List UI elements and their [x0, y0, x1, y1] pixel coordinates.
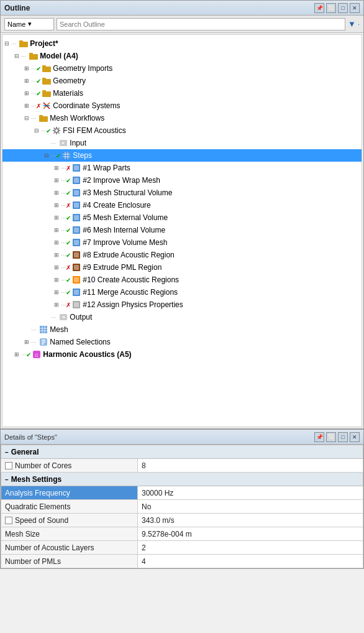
svg-rect-2 — [29, 54, 38, 60]
expand-icon[interactable]: ⊞ — [22, 64, 31, 73]
tree-label: Output — [70, 313, 92, 321]
expand-icon[interactable]: ⊟ — [32, 126, 41, 135]
details-title-bar: Details of "Steps" 📌 ⬜ □ ✕ — [1, 430, 363, 445]
tree-item-step12[interactable]: ⊞···✗#12 Assign Physics Properties — [2, 298, 362, 311]
tree-item-step1[interactable]: ⊞···✗#1 Wrap Parts — [2, 162, 362, 174]
expand-icon[interactable]: ⊞ — [52, 188, 61, 197]
outline-panel: Outline 📌 ⬜ □ ✕ Name ▾ ▼ · ⊟···Project*⊟… — [0, 0, 364, 429]
tree-item-step2[interactable]: ⊞···✔#2 Improve Wrap Mesh — [2, 174, 362, 187]
tree-item-step4[interactable]: ⊞···✗#4 Create Enclosure — [2, 199, 362, 211]
section-header-general[interactable]: −General — [1, 445, 363, 459]
expand-placeholder — [42, 139, 51, 147]
expand-icon[interactable]: ⊞ — [52, 251, 61, 259]
tree-item-steps[interactable]: ⊟···✔Steps — [2, 149, 362, 162]
detail-row: Number of Acoustic Layers2 — [1, 541, 363, 555]
tree-item-model[interactable]: ⊟···Model (A4) — [2, 50, 362, 62]
tree-item-geometry[interactable]: ⊞···✔Geometry — [2, 75, 362, 87]
detail-row: Speed of Sound343.0 m/s — [1, 514, 363, 527]
tree-item-step7[interactable]: ⊞···✔#7 Improve Volume Mesh — [2, 236, 362, 249]
tree-item-step3[interactable]: ⊞···✔#3 Mesh Structural Volume — [2, 187, 362, 199]
tree-item-geom-imports[interactable]: ⊞···✔Geometry Imports — [2, 62, 362, 75]
tree-item-input[interactable]: ···Input — [2, 137, 362, 149]
tree-item-named-sel[interactable]: ⊞···Named Selections — [2, 336, 362, 348]
prop-value[interactable]: 8 — [138, 459, 363, 473]
expand-icon[interactable]: ⊞ — [52, 238, 61, 247]
tree-item-project[interactable]: ⊟···Project* — [2, 37, 362, 50]
search-input[interactable] — [57, 18, 345, 30]
pin-button[interactable]: 📌 — [314, 3, 324, 13]
expand-icon[interactable]: ⊞ — [52, 226, 61, 234]
float-button[interactable]: ⬜ — [326, 3, 336, 13]
check-mark-icon: ✔ — [66, 239, 71, 246]
expand-icon[interactable]: ⊞ — [52, 263, 61, 272]
expand-icon[interactable]: ⊞ — [52, 300, 61, 309]
tree-item-step8[interactable]: ⊞···✔#8 Extrude Acoustic Region — [2, 249, 362, 261]
svg-rect-7 — [42, 78, 46, 80]
tree-item-fsi-fem[interactable]: ⊟···✔FSI FEM Acoustics — [2, 124, 362, 137]
prop-value[interactable]: No — [138, 500, 363, 514]
name-dropdown[interactable]: Name ▾ — [4, 18, 54, 30]
expand-icon[interactable]: ⊞ — [22, 89, 31, 98]
close-button[interactable]: ✕ — [350, 3, 360, 13]
prop-value[interactable]: 30000 Hz — [138, 486, 363, 500]
expand-icon[interactable]: ⊞ — [22, 76, 31, 85]
tree-item-mesh-workflows[interactable]: ⊟···Mesh Workflows — [2, 112, 362, 124]
expand-icon[interactable]: ⊞ — [12, 350, 21, 359]
expand-icon[interactable]: ⊞ — [52, 288, 61, 297]
expand-icon[interactable]: ⊞ — [52, 201, 61, 210]
details-maximize-button[interactable]: □ — [338, 432, 348, 442]
expand-icon[interactable]: ⊞ — [52, 275, 61, 284]
tree-item-step6[interactable]: ⊞···✔#6 Mesh Internal Volume — [2, 224, 362, 236]
prop-value[interactable]: 343.0 m/s — [138, 514, 363, 527]
step-gray-icon — [71, 300, 81, 310]
tree-label: Materials — [53, 89, 83, 98]
prop-value[interactable]: 2 — [138, 541, 363, 555]
search-dropdown-btn[interactable]: ▼ · — [348, 19, 360, 29]
expand-icon[interactable]: ⊞ — [52, 164, 61, 172]
tree-item-step9[interactable]: ⊞···✗#9 Extrude PML Region — [2, 261, 362, 274]
tree-item-step11[interactable]: ⊞···✔#11 Merge Acoustic Regions — [2, 286, 362, 298]
prop-value[interactable]: 9.5278e-004 m — [138, 527, 363, 541]
expand-icon[interactable]: ⊞ — [52, 176, 61, 185]
maximize-button[interactable]: □ — [338, 3, 348, 13]
tree-item-step5[interactable]: ⊞···✔#5 Mesh External Volume — [2, 211, 362, 224]
expand-icon[interactable]: ⊟ — [2, 39, 11, 48]
tree-item-harmonic[interactable]: ⊞···✔♫Harmonic Acoustics (A5) — [2, 348, 362, 361]
step-icon — [71, 188, 81, 198]
details-float-button[interactable]: ⬜ — [326, 432, 336, 442]
tree-connector: ··· — [51, 152, 56, 159]
outline-title-label: Outline — [4, 4, 30, 12]
mesh-icon — [39, 325, 48, 335]
expand-icon[interactable]: ⊞ — [22, 338, 31, 346]
folder-icon — [42, 88, 52, 98]
tree-label: #5 Mesh External Volume — [83, 213, 168, 222]
section-header-mesh-settings[interactable]: −Mesh Settings — [1, 473, 363, 486]
prop-checkbox[interactable] — [5, 462, 12, 469]
svg-rect-34 — [74, 228, 79, 233]
tree-label: Steps — [73, 151, 92, 160]
expand-icon[interactable]: ⊟ — [42, 151, 51, 160]
details-table: −GeneralNumber of Cores8−Mesh SettingsAn… — [1, 445, 363, 568]
tree-item-materials[interactable]: ⊞···✔Materials — [2, 87, 362, 99]
prop-value[interactable]: 4 — [138, 555, 363, 568]
check-mark-icon: ✔ — [46, 127, 51, 134]
prop-label-text: Mesh Size — [5, 530, 40, 538]
expand-icon[interactable]: ⊟ — [22, 114, 31, 122]
tree-area: ⊟···Project*⊟···Model (A4)⊞···✔Geometry … — [2, 34, 362, 427]
tree-item-coord[interactable]: ⊞···✗Coordinate Systems — [2, 99, 362, 112]
step-brown-icon — [71, 262, 81, 272]
prop-label: Number of Acoustic Layers — [1, 541, 138, 555]
folder-icon — [39, 113, 48, 123]
prop-label[interactable]: Analysis Frequency — [1, 486, 138, 500]
tree-item-output[interactable]: ···Output — [2, 311, 362, 323]
details-close-button[interactable]: ✕ — [350, 432, 360, 442]
prop-checkbox[interactable] — [5, 517, 12, 524]
svg-point-15 — [55, 129, 58, 132]
expand-icon[interactable]: ⊞ — [52, 213, 61, 222]
expand-icon[interactable]: ⊞ — [22, 101, 31, 110]
tree-item-mesh[interactable]: ···Mesh — [2, 323, 362, 336]
details-pin-button[interactable]: 📌 — [314, 432, 324, 442]
check-mark-icon: ✔ — [56, 152, 61, 159]
tree-item-step10[interactable]: ⊞···✔#10 Create Acoustic Regions — [2, 274, 362, 286]
expand-icon[interactable]: ⊟ — [12, 52, 21, 60]
